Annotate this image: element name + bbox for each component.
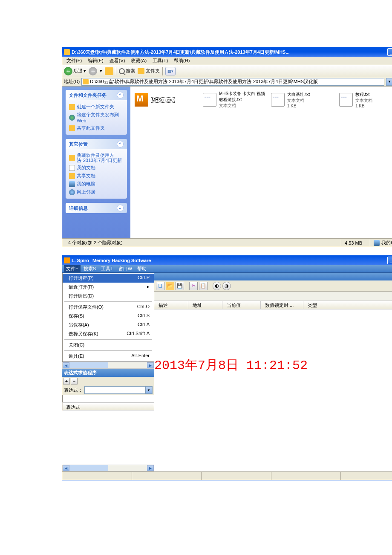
collapse-icon[interactable]: ⌃	[117, 141, 124, 147]
menu-tools[interactable]: 工具T	[99, 265, 115, 272]
document-icon	[69, 165, 75, 171]
address-dropdown[interactable]: ▼	[386, 78, 392, 86]
place-my-computer[interactable]: 我的电脑	[69, 180, 124, 188]
app-icon	[64, 257, 70, 263]
horizontal-scrollbar[interactable]: ◀ ▶	[62, 465, 154, 471]
menu-open-debug[interactable]: 打开调试(D)	[63, 292, 154, 301]
details-group: 详细信息 ⌄	[66, 203, 127, 213]
chevron-down-icon[interactable]: ▼	[145, 386, 152, 394]
task-publish-web[interactable]: 将这个文件夹发布到 Web	[69, 111, 124, 124]
tool-icon[interactable]: ◐	[213, 282, 221, 290]
menu-search[interactable]: 搜索S	[81, 265, 98, 272]
col-description[interactable]: 描述	[154, 301, 188, 309]
file-item[interactable]: MHS卡装备 卡大白 视频教程链接.txt文本文档	[203, 91, 267, 109]
file-size: 1 KB	[287, 104, 310, 108]
computer-icon	[374, 240, 380, 246]
file-size: 1 KB	[355, 104, 372, 108]
collapse-icon[interactable]: ⌃	[117, 92, 124, 98]
menu-help[interactable]: 帮助(H)	[171, 57, 192, 65]
menu-help[interactable]: 帮助	[135, 265, 149, 272]
file-name: 教程.txt	[355, 92, 372, 98]
menu-favorites[interactable]: 收藏(A)	[128, 57, 149, 65]
file-item[interactable]: MHScn.exe	[135, 91, 199, 109]
mhs-titlebar[interactable]: L. Spiro Memory Hacking Software _ □ ×	[62, 256, 392, 265]
menu-edit[interactable]: 编辑(E)	[85, 57, 106, 65]
folders-button[interactable]: 文件夹	[138, 68, 160, 74]
folder-icon	[69, 104, 75, 110]
new-icon[interactable]: ❏	[156, 282, 164, 290]
place-network[interactable]: 网上邻居	[69, 188, 124, 196]
search-button[interactable]: 搜索	[119, 68, 135, 74]
folder-icon	[64, 49, 70, 55]
remove-button[interactable]: −	[71, 378, 78, 384]
status-bar: 4 个对象(加 2 个隐藏对象) 4.53 MB 我的电脑	[62, 238, 392, 247]
minimize-button[interactable]: _	[387, 257, 392, 264]
menu-tools[interactable]: 工具(T)	[150, 57, 170, 65]
tasks-group: 文件和文件夹任务 ⌃ 创建一个新文件夹 将这个文件夹发布到 Web 共享此文件夹	[66, 90, 127, 135]
mhs-right-panel: × ❏ 📂 💾 ✂ 📋 ◐ ◑ 当前值 描述 地址 当前值 数值锁定时 ...	[154, 273, 392, 471]
scroll-right-icon[interactable]: ▶	[147, 362, 154, 368]
search-label: 搜索	[126, 68, 135, 74]
views-button[interactable]: ▦▾	[165, 67, 176, 75]
explorer-titlebar[interactable]: D:\360云盘\软件\典藏软件及使用方法-2013年7月4日更新\典藏软件及使…	[62, 47, 392, 57]
tool-icon[interactable]: 📋	[199, 282, 208, 290]
place-my-documents[interactable]: 我的文档	[69, 164, 124, 172]
horizontal-scrollbar[interactable]: ◀ ▶	[62, 362, 154, 369]
menu-save[interactable]: 保存(S)Ctrl-S	[63, 312, 154, 321]
menu-close[interactable]: 关闭(C)	[63, 341, 154, 350]
explorer-window: D:\360云盘\软件\典藏软件及使用方法-2013年7月4日更新\典藏软件及使…	[62, 47, 392, 247]
expand-icon[interactable]: ⌄	[117, 205, 124, 211]
address-bar: 地址(D) D:\360云盘\软件\典藏软件及使用方法-2013年7月4日更新\…	[62, 77, 392, 87]
mhs-left-panel: 打开进程(P)Ctrl-P 最近打开(R) 打开调试(D) 打开保存文件(O)C…	[62, 273, 154, 471]
status-objects: 4 个对象(加 2 个隐藏对象)	[65, 240, 337, 246]
tool-icon[interactable]: ✂	[189, 282, 198, 290]
save-icon[interactable]: 💾	[176, 282, 184, 290]
menu-save-as[interactable]: 另保存(A)Ctrl-A	[63, 321, 154, 330]
txt-icon	[203, 93, 216, 107]
txt-icon	[339, 93, 353, 107]
menu-window[interactable]: 窗口W	[116, 265, 134, 272]
menu-file[interactable]: 文件(F)	[64, 57, 84, 65]
address-input[interactable]: D:\360云盘\软件\典藏软件及使用方法-2013年7月4日更新\典藏软件及使…	[81, 78, 384, 86]
folder-icon	[69, 173, 75, 179]
folder-icon	[83, 79, 89, 84]
scroll-left-icon[interactable]: ◀	[63, 465, 69, 471]
forward-button[interactable]: →	[89, 67, 97, 75]
address-label: 地址(D)	[64, 78, 80, 85]
menu-recent[interactable]: 最近打开(R)	[63, 283, 154, 292]
menu-open-save-file[interactable]: 打开保存文件(O)Ctrl-O	[63, 303, 154, 312]
file-type: 文本文档	[355, 98, 372, 104]
tool-icon[interactable]: ◑	[222, 282, 231, 290]
back-button[interactable]: ← 后退 ▾	[64, 67, 86, 75]
mhs-menubar: 文件F 搜索S 工具T 窗口W 帮助	[62, 265, 392, 273]
col-type[interactable]: 类型	[303, 301, 392, 309]
place-parent-folder[interactable]: 典藏软件及使用方法-2013年7月4日更新	[69, 152, 124, 164]
task-share[interactable]: 共享此文件夹	[69, 124, 124, 132]
app-author: L. Spiro	[72, 258, 89, 263]
place-shared-documents[interactable]: 共享文档	[69, 172, 124, 180]
txt-icon	[271, 93, 285, 107]
scroll-left-icon[interactable]: ◀	[63, 362, 69, 368]
menu-open-process[interactable]: 打开进程(P)Ctrl-P	[63, 274, 154, 283]
menu-select-save-as[interactable]: 选择另保存(K)Ctrl-Shift-A	[63, 330, 154, 338]
computer-icon	[69, 181, 75, 187]
col-current-value[interactable]: 当前值	[222, 301, 261, 309]
col-locked-value[interactable]: 数值锁定时 ...	[261, 301, 303, 309]
col-address[interactable]: 地址	[188, 301, 222, 309]
open-icon[interactable]: 📂	[166, 282, 174, 290]
file-item[interactable]: 教程.txt文本文档1 KB	[339, 91, 392, 109]
up-button[interactable]	[105, 67, 113, 75]
menu-view[interactable]: 查看(V)	[107, 57, 128, 65]
share-icon	[69, 125, 75, 131]
menu-file[interactable]: 文件F	[64, 265, 81, 272]
menu-properties[interactable]: 道具(E)Alt-Enter	[63, 352, 154, 361]
add-button[interactable]: +	[63, 378, 70, 384]
minimize-button[interactable]: _	[387, 48, 392, 56]
folder-icon	[138, 68, 144, 74]
file-item[interactable]: 大白基址.txt文本文档1 KB	[271, 91, 335, 109]
expression-column-header[interactable]: 表达式	[62, 403, 154, 410]
task-new-folder[interactable]: 创建一个新文件夹	[69, 103, 124, 111]
scroll-right-icon[interactable]: ▶	[147, 465, 154, 471]
folder-icon	[69, 155, 75, 161]
expression-combo[interactable]: ▼	[84, 386, 153, 394]
